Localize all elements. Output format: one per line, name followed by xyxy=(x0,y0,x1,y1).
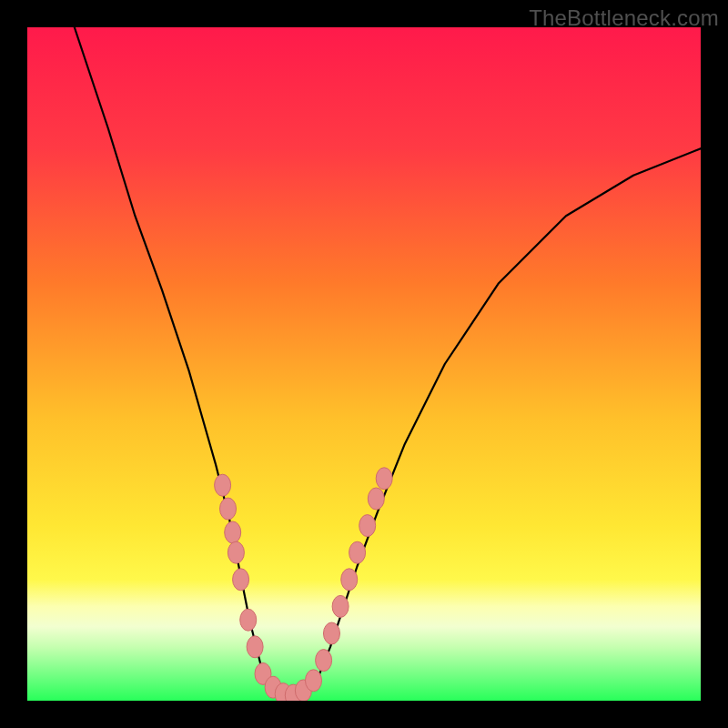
data-marker xyxy=(332,595,349,617)
data-marker xyxy=(240,609,257,631)
data-marker xyxy=(323,622,339,644)
data-marker xyxy=(228,541,244,563)
data-marker xyxy=(306,670,322,692)
data-marker xyxy=(316,650,332,672)
chart-svg xyxy=(27,27,701,701)
data-marker xyxy=(247,636,263,658)
data-marker xyxy=(376,468,392,490)
gradient-background xyxy=(27,27,701,701)
data-marker xyxy=(359,515,376,537)
data-marker xyxy=(341,569,358,591)
data-marker xyxy=(349,541,366,563)
data-marker xyxy=(215,474,231,496)
data-marker xyxy=(368,488,384,510)
data-marker xyxy=(225,521,241,543)
data-marker xyxy=(233,569,249,591)
data-marker xyxy=(220,498,237,520)
chart-plot-area xyxy=(27,27,701,701)
